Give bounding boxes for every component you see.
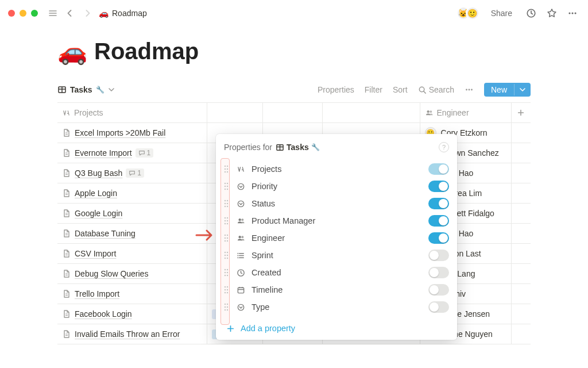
property-row[interactable]: Created: [224, 264, 449, 281]
drag-handle-icon[interactable]: [224, 303, 230, 311]
table-header-row: Projects Engineer: [57, 103, 531, 123]
property-row[interactable]: Timeline: [224, 281, 449, 298]
property-row[interactable]: Priority: [224, 178, 449, 195]
drag-handle-icon[interactable]: [224, 200, 230, 208]
cell-projects[interactable]: Debug Slow Queries: [57, 264, 207, 283]
col-header-priority[interactable]: [207, 103, 264, 122]
cell-projects[interactable]: Evernote Import1: [57, 143, 207, 163]
property-row[interactable]: Projects: [224, 160, 449, 178]
property-row[interactable]: Engineer: [224, 229, 449, 247]
view-name: Tasks: [70, 85, 92, 94]
new-button[interactable]: New: [484, 83, 531, 97]
page-icon: [62, 189, 71, 198]
drag-handle-icon[interactable]: [224, 269, 230, 277]
visibility-toggle[interactable]: [428, 301, 449, 313]
visibility-toggle[interactable]: [428, 198, 449, 209]
col-header-status[interactable]: [263, 103, 323, 122]
property-label: Timeline: [252, 285, 423, 294]
cell-empty: [512, 264, 531, 283]
close-window-dot[interactable]: [8, 10, 15, 17]
page-icon: [62, 269, 71, 278]
property-type-icon: [235, 182, 246, 191]
drag-handle-icon[interactable]: [224, 234, 230, 242]
cell-projects[interactable]: Invalid Emails Throw an Error: [57, 324, 207, 344]
comment-badge[interactable]: 1: [126, 168, 144, 178]
property-type-icon: [235, 303, 246, 312]
page-more-icon[interactable]: [565, 6, 580, 21]
cell-projects[interactable]: Excel Imports >20Mb Fail: [57, 123, 207, 143]
topbar: 🚗 Roadmap 😺 🙂 Share: [0, 0, 588, 26]
breadcrumb[interactable]: 🚗 Roadmap: [99, 9, 147, 18]
add-column-button[interactable]: [512, 103, 531, 122]
page-icon: [62, 128, 71, 137]
zoom-window-dot[interactable]: [31, 10, 38, 17]
share-button[interactable]: Share: [489, 6, 514, 20]
add-property-button[interactable]: Add a property: [216, 318, 457, 336]
visibility-toggle[interactable]: [428, 215, 449, 227]
drag-handle-icon[interactable]: [224, 182, 230, 190]
page-title[interactable]: Roadmap: [94, 39, 199, 64]
property-row[interactable]: Type: [224, 298, 449, 316]
view-tool-icon: 🔧: [96, 86, 105, 94]
view-more-icon[interactable]: [465, 85, 474, 94]
properties-popover: Properties for Tasks 🔧 ? Projects Priori…: [216, 134, 457, 340]
filter-button[interactable]: Filter: [365, 85, 382, 94]
visibility-toggle[interactable]: [428, 250, 449, 261]
task-title: Trello Import: [75, 289, 119, 298]
visibility-toggle[interactable]: [428, 267, 449, 278]
task-title: Database Tuning: [75, 229, 136, 238]
task-title: Google Login: [75, 209, 122, 218]
sort-button[interactable]: Sort: [393, 85, 408, 94]
drag-handle-icon[interactable]: [224, 286, 230, 294]
page-icon: [62, 148, 71, 158]
view-toolbar: Tasks 🔧 Properties Filter Sort Search Ne…: [57, 79, 531, 102]
visibility-toggle[interactable]: [428, 163, 449, 175]
visibility-toggle[interactable]: [428, 232, 449, 244]
visibility-toggle[interactable]: [428, 181, 449, 192]
cell-projects[interactable]: Google Login: [57, 204, 207, 223]
col-header-projects[interactable]: Projects: [57, 103, 207, 122]
minimize-window-dot[interactable]: [20, 10, 26, 17]
presence-avatars[interactable]: 😺 🙂: [461, 6, 479, 20]
drag-handle-icon[interactable]: [224, 251, 230, 259]
cell-projects[interactable]: Facebook Login: [57, 304, 207, 324]
page-icon: [62, 289, 71, 298]
property-label: Priority: [252, 182, 423, 191]
popover-header: Properties for Tasks 🔧 ?: [216, 140, 457, 158]
col-header-pm[interactable]: [323, 103, 420, 122]
col-header-engineer[interactable]: Engineer: [420, 103, 512, 122]
visibility-toggle[interactable]: [428, 284, 449, 296]
favorite-icon[interactable]: [544, 6, 559, 21]
drag-handle-icon[interactable]: [224, 217, 230, 225]
updates-icon[interactable]: [524, 6, 539, 21]
page-icon: [62, 168, 71, 178]
nav-back-icon[interactable]: [64, 7, 76, 19]
properties-button[interactable]: Properties: [318, 85, 354, 94]
task-title: Debug Slow Queries: [75, 269, 148, 278]
property-row[interactable]: Sprint: [224, 247, 449, 264]
callout-arrow-icon: [195, 229, 216, 241]
cell-projects[interactable]: Database Tuning: [57, 224, 207, 243]
property-label: Sprint: [252, 251, 423, 260]
cell-projects[interactable]: Apple Login: [57, 183, 207, 203]
popover-table-chip[interactable]: Tasks 🔧: [276, 143, 320, 152]
nav-forward-icon[interactable]: [82, 7, 93, 19]
property-row[interactable]: Status: [224, 195, 449, 212]
task-title: CSV Import: [75, 249, 116, 258]
view-selector[interactable]: Tasks 🔧: [57, 85, 115, 94]
cell-projects[interactable]: Trello Import: [57, 284, 207, 304]
comment-badge[interactable]: 1: [136, 148, 154, 158]
page-emoji[interactable]: 🚗: [57, 37, 87, 66]
help-icon[interactable]: ?: [439, 142, 449, 152]
property-type-icon: [235, 217, 246, 225]
sidebar-toggle-icon[interactable]: [47, 7, 59, 19]
cell-empty: [512, 304, 531, 324]
new-button-dropdown[interactable]: [514, 84, 531, 95]
drag-handle-icon[interactable]: [224, 165, 230, 173]
cell-projects[interactable]: CSV Import: [57, 244, 207, 263]
property-row[interactable]: Product Manager: [224, 212, 449, 229]
search-button[interactable]: Search: [418, 85, 454, 94]
page-icon: [62, 249, 71, 258]
cell-empty: [512, 324, 531, 344]
cell-projects[interactable]: Q3 Bug Bash1: [57, 163, 207, 183]
